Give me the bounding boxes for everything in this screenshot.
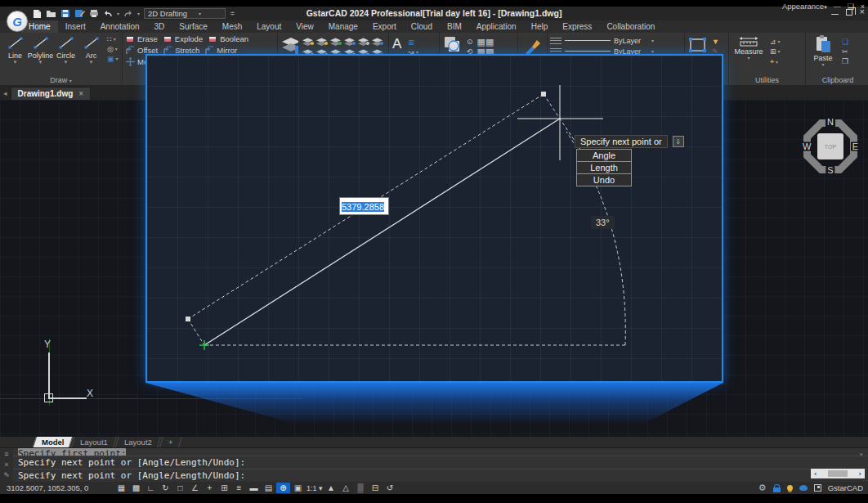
close-button[interactable]: × bbox=[860, 8, 865, 16]
dynamic-menu-option[interactable]: Undo bbox=[576, 173, 632, 186]
command-history-icon[interactable]: ≡ bbox=[4, 450, 8, 458]
scroll-thumb[interactable] bbox=[828, 470, 848, 477]
calculator-icon[interactable]: ⊞▾ bbox=[770, 47, 781, 56]
open-file-icon[interactable] bbox=[46, 9, 56, 18]
scroll-right-icon[interactable]: › bbox=[858, 469, 862, 478]
draw-panel-label[interactable]: Draw ▾ bbox=[0, 76, 122, 84]
viewcube-south[interactable]: S bbox=[825, 166, 834, 175]
clipboard-panel-label[interactable]: Clipboard bbox=[806, 76, 868, 84]
ortho-mode-icon[interactable]: ∟ bbox=[144, 483, 158, 493]
dimension-input[interactable]: 5379.2858 bbox=[339, 197, 389, 215]
tool-dropdown-icon[interactable]: ▼ bbox=[13, 60, 18, 65]
transparency-icon[interactable]: ▤ bbox=[262, 483, 275, 493]
object-snap-icon[interactable]: □ bbox=[173, 483, 187, 493]
paste-button[interactable]: Paste ▾ bbox=[809, 35, 837, 67]
match-properties-icon[interactable] bbox=[523, 36, 543, 56]
table-tool-icon[interactable]: ⊞ bbox=[408, 38, 418, 47]
grid-display-icon[interactable]: ▦ bbox=[114, 483, 128, 493]
object-tracking-icon[interactable]: ⊞ bbox=[217, 483, 231, 493]
undo-icon[interactable] bbox=[103, 10, 113, 18]
ribbon-tab[interactable]: Surface bbox=[172, 20, 214, 33]
dynamic-input-icon[interactable]: ≡ bbox=[232, 483, 246, 493]
command-cancel-icon[interactable]: × bbox=[4, 460, 8, 469]
ribbon-tab[interactable]: Express bbox=[555, 20, 599, 33]
minimize-button[interactable] bbox=[831, 14, 839, 15]
save-icon[interactable] bbox=[60, 9, 70, 18]
isolate-objects-icon[interactable]: ▒ bbox=[354, 483, 368, 493]
modify-tool-button[interactable]: Erase bbox=[126, 34, 158, 43]
dynamic-menu-option[interactable]: Length bbox=[576, 161, 632, 174]
select-filter-icon[interactable]: ▼ bbox=[712, 38, 719, 46]
layer-tool-icon[interactable] bbox=[357, 35, 369, 45]
clean-screen-icon[interactable] bbox=[799, 485, 808, 491]
ribbon-tab[interactable]: Export bbox=[365, 20, 404, 33]
utilities-panel-label[interactable]: Utilities bbox=[729, 76, 805, 84]
copy-base-icon[interactable]: ❐ bbox=[842, 57, 848, 65]
tab-close-icon[interactable]: × bbox=[78, 89, 83, 98]
ribbon-tab[interactable]: Collaboration bbox=[599, 20, 662, 33]
settings-gear-icon[interactable]: ⚙ bbox=[758, 483, 767, 493]
ribbon-tab[interactable]: Manage bbox=[321, 20, 365, 33]
ribbon-tab[interactable]: Layout bbox=[249, 20, 289, 33]
text-tool-button[interactable]: A bbox=[392, 36, 401, 52]
ribbon-tab[interactable]: 3D bbox=[147, 20, 172, 33]
print-icon[interactable] bbox=[89, 9, 99, 18]
dynamic-menu-option[interactable]: Angle bbox=[576, 149, 632, 162]
workspace-select[interactable]: 2D Drafting ▾ bbox=[144, 8, 226, 19]
snap-mode-icon[interactable]: ▩ bbox=[129, 483, 143, 493]
tab-scroll-left-icon[interactable]: ◂ bbox=[3, 89, 7, 97]
command-expand-icon[interactable]: ⌄ bbox=[859, 449, 863, 456]
ribbon-tab[interactable]: View bbox=[289, 20, 321, 33]
undo-dropdown-icon[interactable]: ▾ bbox=[117, 11, 119, 16]
layer-tool-icon[interactable] bbox=[371, 35, 383, 45]
ribbon-tab[interactable]: Insert bbox=[58, 20, 93, 33]
layer-tool-icon[interactable] bbox=[315, 35, 328, 45]
appearance-menu[interactable]: Appearance▾ bbox=[782, 2, 827, 11]
sync-settings-icon[interactable]: ↺ bbox=[383, 483, 397, 493]
redo-icon[interactable] bbox=[123, 10, 133, 18]
ribbon-tab[interactable]: Help bbox=[524, 20, 556, 33]
quick-dim-icon[interactable]: ⊿▾ bbox=[770, 38, 781, 46]
insert-block-icon[interactable] bbox=[443, 35, 463, 55]
layout-tab[interactable]: Layout2 bbox=[115, 437, 161, 447]
hardware-accel-icon[interactable] bbox=[787, 485, 793, 491]
modify-tool-button[interactable]: Stretch bbox=[163, 46, 199, 55]
polar-tracking-icon[interactable]: ↻ bbox=[159, 483, 172, 493]
restore-button[interactable] bbox=[846, 9, 852, 16]
ribbon-tab[interactable]: BIM bbox=[440, 20, 469, 33]
bylayer-select[interactable]: ByLayer ▾ bbox=[548, 35, 684, 46]
annotation-scale-control[interactable]: 1:1 ▾ bbox=[306, 483, 324, 493]
layout-tab[interactable]: Model bbox=[33, 437, 74, 447]
redo-dropdown-icon[interactable]: ▾ bbox=[137, 11, 140, 16]
annotation-visibility-icon[interactable]: ▲ bbox=[324, 483, 338, 493]
view-cube[interactable]: TOP N S W E bbox=[803, 119, 857, 173]
command-input-row[interactable]: Specify next point or [Angle/Length/Undo… bbox=[13, 469, 868, 482]
layer-tool-icon[interactable] bbox=[343, 35, 356, 45]
qrcode-icon[interactable]: ▦▦ bbox=[477, 38, 494, 46]
layout-tab[interactable]: Layout1 bbox=[71, 437, 117, 447]
quick-zoom-icon[interactable]: ⊕ bbox=[276, 483, 290, 493]
cut-icon[interactable]: ✂ bbox=[842, 47, 848, 56]
ribbon-tab[interactable]: Mesh bbox=[215, 20, 249, 33]
qat-customize-icon[interactable]: ≑ bbox=[230, 10, 235, 17]
tool-dropdown-icon[interactable]: ▼ bbox=[64, 60, 69, 65]
region-tool-icon[interactable]: ▣▾ bbox=[107, 55, 119, 63]
measure-button[interactable]: Measure ▾ bbox=[732, 35, 765, 66]
auto-annotate-icon[interactable]: △ bbox=[339, 483, 353, 493]
draw-tool-button[interactable]: Arc ▼ bbox=[78, 34, 104, 65]
copy-icon[interactable]: ❏ bbox=[842, 38, 848, 46]
modify-tool-button[interactable]: Explode bbox=[163, 34, 203, 43]
app-logo-icon[interactable]: G bbox=[7, 11, 28, 32]
draw-tool-button[interactable]: Polyline ▼ bbox=[28, 34, 53, 65]
fullscreen-icon[interactable] bbox=[814, 484, 821, 492]
command-rows[interactable]: Specify first point: Specify next point … bbox=[13, 448, 868, 482]
ribbon-tab[interactable]: Cloud bbox=[404, 20, 440, 33]
donut-tool-icon[interactable]: ◎▾ bbox=[107, 45, 119, 53]
switch-window-icon[interactable]: ▣ bbox=[291, 483, 305, 493]
quick-properties-icon[interactable]: ⊟ bbox=[369, 483, 383, 493]
viewcube-west[interactable]: W bbox=[801, 142, 812, 151]
modify-tool-button[interactable]: Boolean bbox=[208, 34, 248, 43]
modify-tool-button[interactable]: Mirror bbox=[205, 46, 237, 55]
tool-dropdown-icon[interactable]: ▼ bbox=[89, 60, 94, 65]
tool-dropdown-icon[interactable]: ▼ bbox=[38, 60, 43, 65]
